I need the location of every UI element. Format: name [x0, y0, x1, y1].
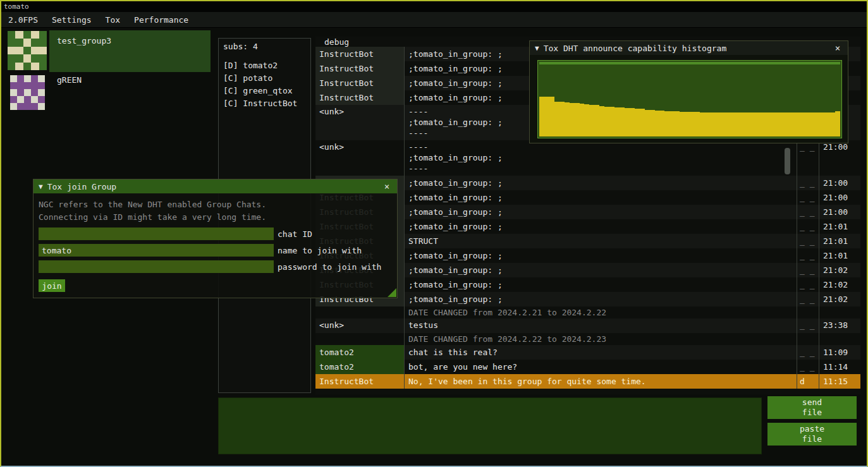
message-time: 11:14: [819, 360, 860, 374]
menu-item-performance[interactable]: Performance: [127, 13, 195, 27]
histogram-bar: [539, 97, 544, 136]
message-text: ;tomato_in_group: ;: [404, 292, 797, 306]
date-separator-row[interactable]: DATE CHANGED from 2024.2.21 to 2024.2.22: [315, 306, 860, 318]
group-item-gREEN[interactable]: gREEN: [5, 73, 211, 110]
histogram-bar: [549, 97, 554, 136]
histogram-bar: [664, 111, 669, 136]
message-flags: _ _: [797, 190, 819, 205]
histogram-bar: [685, 112, 690, 136]
message-row[interactable]: tomato2chat is this real?_ _11:09: [315, 345, 860, 360]
histogram-bar: [614, 107, 620, 136]
message-time: [819, 333, 860, 345]
histogram-bar: [816, 112, 821, 136]
sender-name: [315, 333, 404, 345]
join-group-body: NGC refers to the New DHT enabled Group …: [34, 193, 397, 298]
message-flags: _ _: [797, 140, 819, 176]
histogram-bar: [735, 112, 740, 136]
message-time: 21:00: [819, 205, 860, 219]
histogram-bar: [554, 102, 559, 136]
chat-id-input[interactable]: [39, 227, 274, 240]
histogram-bar: [559, 102, 565, 136]
scrollbar-thumb[interactable]: [785, 148, 790, 174]
histogram-window: ▼ Tox DHT announce capability histogram …: [529, 40, 848, 143]
histogram-bar: [790, 112, 795, 136]
menu-item-settings[interactable]: Settings: [45, 13, 99, 27]
message-flags: _ _: [797, 292, 819, 306]
message-time: 21:01: [819, 219, 860, 234]
message-flags: _ _: [797, 263, 819, 277]
date-separator-row[interactable]: DATE CHANGED from 2024.2.22 to 2024.2.23: [315, 333, 860, 345]
histogram-bar: [830, 112, 835, 136]
message-time: 11:09: [819, 345, 860, 360]
collapse-arrow-icon[interactable]: ▼: [39, 183, 43, 191]
message-flags: _ _: [797, 345, 819, 360]
sender-name: <unk>: [315, 140, 404, 176]
sender-name: InstructBot: [315, 76, 404, 90]
histogram-bar: [765, 112, 770, 136]
histogram-window-titlebar[interactable]: ▼ Tox DHT announce capability histogram …: [530, 41, 848, 55]
histogram-bar: [805, 112, 810, 136]
message-text: ;tomato_in_group: ;: [404, 263, 797, 277]
histogram-bar: [599, 106, 604, 136]
chat-id-label: chat ID: [278, 229, 312, 239]
subscriber-item[interactable]: [C] potato: [223, 72, 306, 85]
histogram-bar: [700, 112, 705, 136]
group-name: gREEN: [57, 75, 82, 85]
sender-name: InstructBot: [315, 374, 404, 389]
tab-debug[interactable]: debug: [324, 37, 349, 47]
subscriber-item[interactable]: [D] tomato2: [223, 59, 306, 72]
histogram-bar: [785, 112, 790, 136]
app-window: tomato 2.0FPSSettingsToxPerformance test…: [0, 0, 868, 467]
histogram-plot: [537, 60, 842, 138]
message-text: ;tomato_in_group: ;: [404, 190, 797, 205]
histogram-bar: [625, 108, 630, 136]
histogram-bar: [575, 103, 580, 136]
message-text: ;tomato_in_group: ;: [404, 248, 797, 263]
send-file-button[interactable]: send file: [767, 396, 857, 419]
message-flags: [797, 306, 819, 318]
menu-item-tox[interactable]: Tox: [99, 13, 127, 27]
paste-file-button[interactable]: paste file: [767, 423, 857, 446]
message-row[interactable]: <unk>testus_ _23:38: [315, 318, 860, 333]
histogram-bar: [705, 112, 710, 136]
message-input[interactable]: [218, 397, 762, 454]
join-group-window-titlebar[interactable]: ▼ Tox join Group ×: [34, 179, 397, 193]
histogram-bar: [650, 110, 655, 136]
close-icon[interactable]: ×: [833, 43, 843, 53]
join-info-line: Connecting via ID might take a very long…: [39, 211, 392, 224]
histogram-bar: [655, 111, 660, 136]
message-text: ----;tomato_in_group: ;----: [404, 140, 797, 176]
subscriber-item[interactable]: [C] InstructBot: [223, 97, 306, 110]
close-icon[interactable]: ×: [382, 181, 392, 191]
histogram-bar: [810, 112, 816, 136]
message-row[interactable]: tomato2bot, are you new here?_ _11:14: [315, 360, 860, 374]
message-text: No, I've been in this group for quite so…: [404, 374, 797, 389]
histogram-bar: [645, 110, 650, 136]
message-time: 21:00: [819, 140, 860, 176]
message-time: 21:00: [819, 176, 860, 190]
paste-file-label-line2: file: [802, 434, 822, 444]
join-password-input[interactable]: [39, 260, 274, 273]
message-time: 21:02: [819, 292, 860, 306]
collapse-arrow-icon[interactable]: ▼: [535, 44, 539, 52]
join-button[interactable]: join: [39, 279, 65, 292]
message-time: 23:38: [819, 318, 860, 333]
group-item-test_group3[interactable]: test_group3: [5, 30, 211, 72]
group-avatar: [10, 75, 45, 110]
histogram-bar: [780, 112, 785, 136]
resize-grip-icon[interactable]: [388, 288, 396, 297]
histogram-bar: [680, 112, 685, 136]
histogram-bar: [750, 112, 755, 136]
message-row[interactable]: InstructBotNo, I've been in this group f…: [315, 374, 860, 389]
histogram-bar: [745, 112, 750, 136]
histogram-bar: [775, 112, 780, 136]
histogram-bar: [800, 112, 805, 136]
message-flags: _ _: [797, 318, 819, 333]
join-name-input[interactable]: [39, 244, 274, 257]
join-name-label: name to join with: [278, 246, 362, 255]
message-flags: d: [797, 374, 819, 389]
subscriber-item[interactable]: [C] green_qtox: [223, 85, 306, 97]
message-row[interactable]: <unk>----;tomato_in_group: ;----_ _21:00: [315, 140, 860, 176]
histogram-bar: [760, 112, 765, 136]
window-titlebar[interactable]: tomato: [1, 1, 867, 12]
